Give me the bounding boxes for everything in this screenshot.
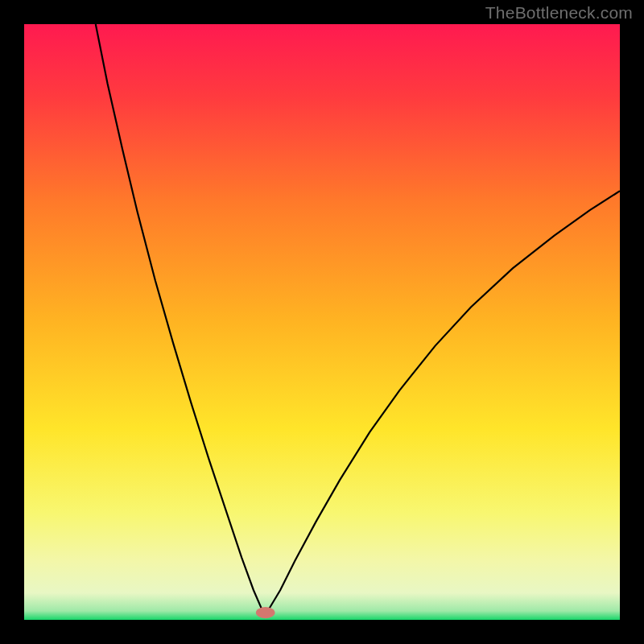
watermark-label: TheBottleneck.com bbox=[485, 3, 633, 23]
optimal-point-marker bbox=[256, 607, 275, 618]
chart-frame: TheBottleneck.com bbox=[0, 0, 644, 644]
chart-plot-area bbox=[24, 24, 620, 620]
